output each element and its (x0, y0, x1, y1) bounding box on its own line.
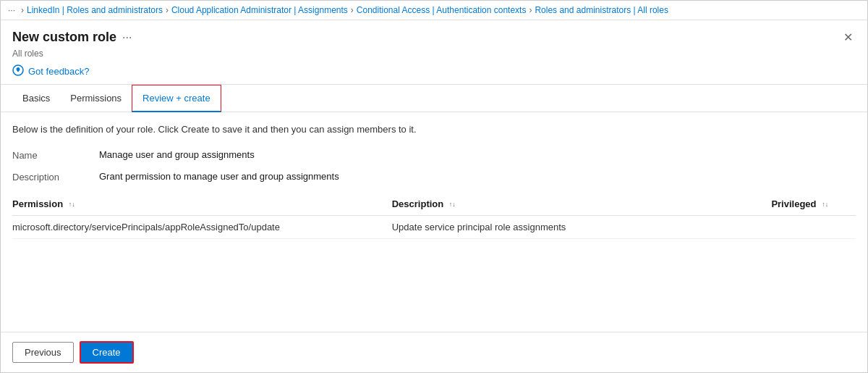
previous-button[interactable]: Previous (12, 342, 74, 363)
breadcrumb-item-3[interactable]: Conditional Access | Authentication cont… (357, 5, 527, 15)
create-button[interactable]: Create (80, 341, 134, 364)
cell-description: Update service principal role assignment… (392, 216, 772, 239)
more-options-icon[interactable]: ··· (122, 31, 132, 44)
breadcrumb-item-2[interactable]: Cloud Application Administrator | Assign… (171, 5, 348, 15)
permissions-table: Permission ↑↓ Description ↑↓ Privileged … (12, 193, 856, 239)
description-value: Grant permission to manage user and grou… (99, 171, 339, 182)
cell-privileged (771, 216, 856, 239)
cell-permission: microsoft.directory/servicePrincipals/ap… (12, 216, 392, 239)
sort-icon-privileged: ↑↓ (822, 201, 828, 208)
description-label: Description (12, 171, 99, 183)
tabs-container: Basics Permissions Review + create (1, 85, 867, 112)
breadcrumb-item-1[interactable]: LinkedIn | Roles and administrators (27, 5, 163, 15)
page-title: New custom role (12, 30, 116, 45)
close-button[interactable]: ✕ (841, 28, 856, 47)
sort-icon-description: ↑↓ (449, 201, 456, 208)
tab-review-create[interactable]: Review + create (132, 85, 221, 112)
footer: Previous Create (1, 332, 867, 372)
panel-subtitle: All roles (12, 49, 856, 59)
col-header-privileged[interactable]: Privileged ↑↓ (771, 193, 856, 216)
feedback-link[interactable]: Got feedback? (28, 66, 90, 77)
breadcrumb: ··· › LinkedIn | Roles and administrator… (1, 1, 867, 20)
name-value: Manage user and group assignments (99, 149, 255, 160)
col-header-permission[interactable]: Permission ↑↓ (12, 193, 392, 216)
breadcrumb-ellipsis[interactable]: ··· (8, 5, 15, 15)
role-description-text: Below is the definition of your role. Cl… (12, 124, 856, 135)
col-header-description[interactable]: Description ↑↓ (392, 193, 772, 216)
tab-basics[interactable]: Basics (12, 85, 60, 112)
feedback-icon (12, 64, 24, 78)
tab-permissions[interactable]: Permissions (60, 85, 132, 112)
table-row: microsoft.directory/servicePrincipals/ap… (12, 216, 856, 239)
breadcrumb-item-4[interactable]: Roles and administrators | All roles (535, 5, 668, 15)
sort-icon-permission: ↑↓ (69, 201, 75, 208)
name-label: Name (12, 149, 99, 161)
